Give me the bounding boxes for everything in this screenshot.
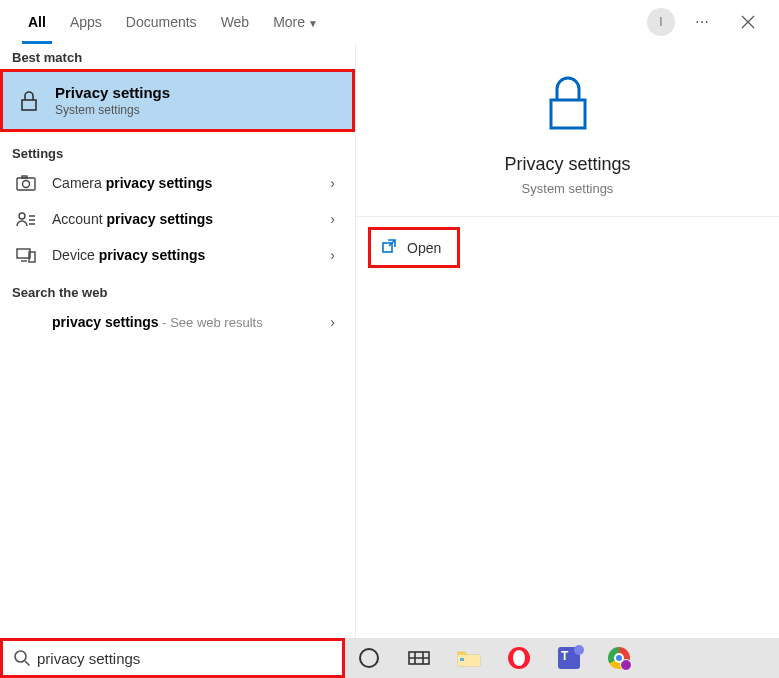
chevron-right-icon: › — [330, 247, 341, 263]
opera-icon — [508, 647, 530, 669]
taskbar-opera[interactable] — [505, 644, 533, 672]
result-web-search[interactable]: privacy settings - See web results › — [0, 304, 355, 340]
folder-icon — [457, 648, 481, 668]
teams-icon — [558, 647, 580, 669]
preview-title: Privacy settings — [504, 154, 630, 175]
chevron-down-icon: ▼ — [308, 18, 318, 29]
best-match-subtitle: System settings — [55, 103, 170, 117]
svg-rect-3 — [22, 176, 27, 178]
preview-pane: Privacy settings System settings Open — [355, 44, 779, 638]
chevron-right-icon: › — [330, 175, 341, 191]
result-camera-privacy[interactable]: Camera privacy settings › — [0, 165, 355, 201]
lock-icon — [17, 90, 41, 112]
preview-subtitle: System settings — [522, 181, 614, 196]
taskbar-explorer[interactable] — [455, 644, 483, 672]
svg-rect-0 — [22, 100, 36, 110]
chrome-icon — [608, 647, 630, 669]
results-list: Best match Privacy settings System setti… — [0, 44, 355, 638]
best-match-result[interactable]: Privacy settings System settings — [0, 69, 355, 132]
search-box[interactable] — [0, 638, 345, 678]
chevron-right-icon: › — [330, 314, 341, 330]
taskbar-teams[interactable] — [555, 644, 583, 672]
close-icon — [741, 15, 755, 29]
result-device-privacy[interactable]: Device privacy settings › — [0, 237, 355, 273]
tab-all[interactable]: All — [16, 0, 58, 44]
more-options-button[interactable]: ⋯ — [683, 3, 721, 41]
open-external-icon — [381, 238, 397, 257]
lock-icon-large — [543, 74, 593, 136]
taskbar-chrome[interactable] — [605, 644, 633, 672]
chevron-right-icon: › — [330, 211, 341, 227]
tab-more[interactable]: More▼ — [261, 0, 330, 44]
section-best-match: Best match — [0, 44, 355, 69]
result-account-privacy[interactable]: Account privacy settings › — [0, 201, 355, 237]
open-button[interactable]: Open — [368, 227, 460, 268]
devices-icon — [14, 247, 38, 263]
svg-rect-5 — [17, 249, 30, 258]
svg-rect-12 — [460, 658, 464, 661]
section-search-web: Search the web — [0, 279, 355, 304]
task-view-icon — [408, 649, 430, 667]
svg-point-4 — [19, 213, 25, 219]
search-filter-tabs: All Apps Documents Web More▼ I ⋯ — [0, 0, 779, 44]
tab-web[interactable]: Web — [209, 0, 262, 44]
svg-point-2 — [23, 181, 30, 188]
search-icon — [13, 649, 31, 667]
tab-documents[interactable]: Documents — [114, 0, 209, 44]
circle-icon — [359, 648, 379, 668]
close-button[interactable] — [729, 3, 767, 41]
best-match-title: Privacy settings — [55, 84, 170, 101]
search-input[interactable] — [37, 650, 334, 667]
taskbar-task-view[interactable] — [405, 644, 433, 672]
camera-icon — [14, 175, 38, 191]
open-button-label: Open — [407, 240, 441, 256]
section-settings: Settings — [0, 140, 355, 165]
user-avatar[interactable]: I — [647, 8, 675, 36]
tab-apps[interactable]: Apps — [58, 0, 114, 44]
account-icon — [14, 211, 38, 227]
taskbar — [345, 638, 779, 678]
svg-point-9 — [15, 651, 26, 662]
svg-rect-7 — [551, 100, 585, 128]
taskbar-cortana[interactable] — [355, 644, 383, 672]
